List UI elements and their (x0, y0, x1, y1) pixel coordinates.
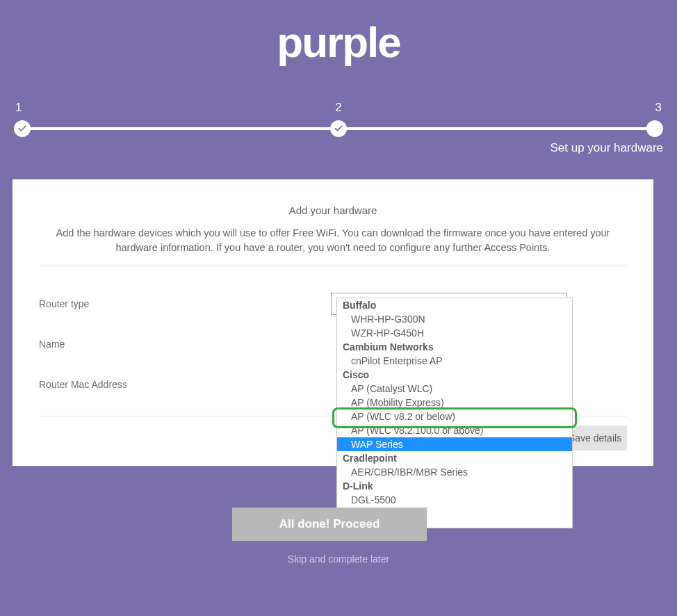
dropdown-item[interactable]: AER/CBR/IBR/MBR Series (337, 465, 572, 479)
dropdown-item[interactable]: WZR-HP-G450H (337, 326, 572, 340)
step-3-number: 3 (655, 101, 662, 115)
router-mac-label: Router Mac Address (39, 379, 331, 390)
dropdown-group: D-Link (337, 479, 572, 493)
dropdown-item[interactable]: WAP Series (337, 437, 572, 451)
progress-stepper: 1 2 3 (14, 101, 663, 138)
current-step-label: Set up your hardware (550, 141, 663, 155)
card-description: Add the hardware devices which you will … (39, 226, 627, 255)
step-2-number: 2 (335, 101, 341, 115)
dropdown-item[interactable]: DGL-5500 (337, 493, 572, 507)
divider (39, 265, 627, 266)
dropdown-group: Cisco (337, 368, 572, 382)
brand-logo: purple (277, 21, 400, 64)
step-1-dot (14, 120, 31, 137)
name-label: Name (39, 339, 331, 350)
dropdown-scroll[interactable]: BuffaloWHR-HP-G300NWZR-HP-G450HCambium N… (337, 298, 572, 528)
step-1-number: 1 (15, 101, 22, 115)
dropdown-item[interactable]: AP (Catalyst WLC) (337, 382, 572, 396)
check-icon (17, 124, 27, 133)
step-2-dot (330, 120, 347, 137)
dropdown-group: Cambium Networks (337, 340, 572, 354)
dropdown-item[interactable]: cnPilot Enterprise AP (337, 354, 572, 368)
dropdown-item[interactable]: AP (WLC v8.2.100.0 or above) (337, 423, 572, 437)
dropdown-item[interactable]: WHR-HP-G300N (337, 312, 572, 326)
router-type-label: Router type (39, 298, 331, 309)
step-3-dot (646, 120, 663, 137)
dropdown-item[interactable]: AP (WLC v8.2 or below) (337, 410, 572, 423)
dropdown-group: Buffalo (337, 298, 572, 312)
check-icon (334, 124, 343, 133)
skip-link[interactable]: Skip and complete later (0, 553, 677, 565)
proceed-button[interactable]: All done! Proceed (232, 508, 427, 541)
hardware-type-dropdown[interactable]: BuffaloWHR-HP-G300NWZR-HP-G450HCambium N… (336, 298, 573, 528)
dropdown-group: Cradlepoint (337, 451, 572, 465)
dropdown-item[interactable]: AP (Mobility Express) (337, 396, 572, 410)
card-title: Add your hardware (39, 204, 627, 216)
